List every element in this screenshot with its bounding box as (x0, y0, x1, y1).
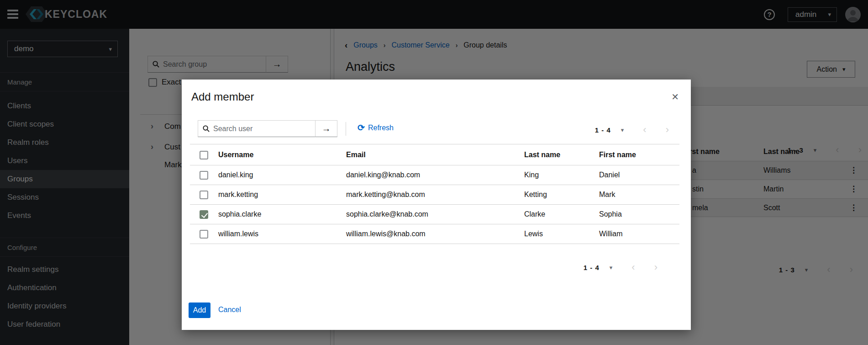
pagination-next-icon[interactable]: › (654, 262, 658, 272)
row-checkbox[interactable] (200, 171, 208, 180)
cell-email: william.lewis@knab.com (346, 230, 426, 238)
col-username: Username (218, 151, 253, 159)
cell-first-name: William (599, 230, 623, 238)
pagination-options-icon[interactable]: ▾ (610, 264, 613, 271)
user-row[interactable]: william.lewis william.lewis@knab.com Lew… (190, 224, 679, 244)
cell-email: daniel.king@knab.com (346, 171, 420, 179)
row-checkbox[interactable] (200, 210, 208, 219)
search-icon (203, 125, 210, 132)
cell-last-name: Ketting (524, 191, 547, 199)
refresh-button[interactable]: ⟳ Refresh (358, 123, 394, 132)
cell-last-name: Lewis (524, 230, 543, 238)
cell-first-name: Mark (599, 191, 615, 199)
pagination-next-icon[interactable]: › (666, 125, 669, 135)
col-last-name: Last name (524, 151, 560, 159)
row-checkbox[interactable] (200, 230, 208, 239)
row-checkbox[interactable] (200, 191, 208, 199)
cell-username: daniel.king (218, 171, 253, 179)
refresh-icon: ⟳ (358, 123, 365, 132)
user-table: Username Email Last name First name dani… (190, 144, 679, 244)
user-row[interactable]: sophia.clarke sophia.clarke@knab.com Cla… (190, 205, 679, 224)
toolbar-divider (346, 122, 346, 136)
pagination-prev-icon[interactable]: ‹ (643, 125, 646, 135)
col-first-name: First name (599, 151, 636, 159)
cell-username: mark.ketting (218, 191, 258, 199)
cell-first-name: Daniel (599, 171, 620, 179)
refresh-label: Refresh (368, 124, 394, 132)
add-member-modal: Add member ✕ → ⟳ Refresh 1 - 4 (182, 80, 691, 330)
pagination-range: 1 - 4 (584, 264, 600, 271)
close-icon[interactable]: ✕ (671, 92, 679, 101)
add-button[interactable]: Add (189, 303, 210, 318)
modal-toolbar: → ⟳ Refresh 1 - 4 ▾ ‹ › (182, 120, 691, 137)
pagination-prev-icon[interactable]: ‹ (631, 262, 635, 272)
col-email: Email (346, 151, 366, 159)
cell-first-name: Sophia (599, 210, 622, 218)
keycloak-admin-console: KEYCLOAK ? admin ▾ demo ▾ Manage Clients (0, 0, 868, 345)
modal-pagination-top: 1 - 4 ▾ ‹ › (595, 125, 669, 135)
modal-pagination-bottom: 1 - 4 ▾ ‹ › (584, 262, 658, 272)
cell-last-name: King (524, 171, 539, 179)
cancel-button[interactable]: Cancel (218, 306, 241, 314)
select-all-checkbox[interactable] (200, 151, 208, 159)
cell-email: sophia.clarke@knab.com (346, 210, 428, 218)
user-row[interactable]: daniel.king daniel.king@knab.com King Da… (190, 165, 679, 185)
cell-username: william.lewis (218, 230, 258, 238)
pagination-options-icon[interactable]: ▾ (621, 127, 624, 133)
user-table-header: Username Email Last name First name (190, 144, 679, 165)
modal-title: Add member (191, 90, 254, 103)
cell-last-name: Clarke (524, 210, 545, 218)
search-user-submit-button[interactable]: → (316, 120, 337, 137)
cell-email: mark.ketting@knab.com (346, 191, 425, 199)
pagination-range: 1 - 4 (595, 126, 611, 134)
cell-username: sophia.clarke (218, 210, 261, 218)
user-row[interactable]: mark.ketting mark.ketting@knab.com Ketti… (190, 185, 679, 205)
search-user-input[interactable] (213, 125, 310, 133)
